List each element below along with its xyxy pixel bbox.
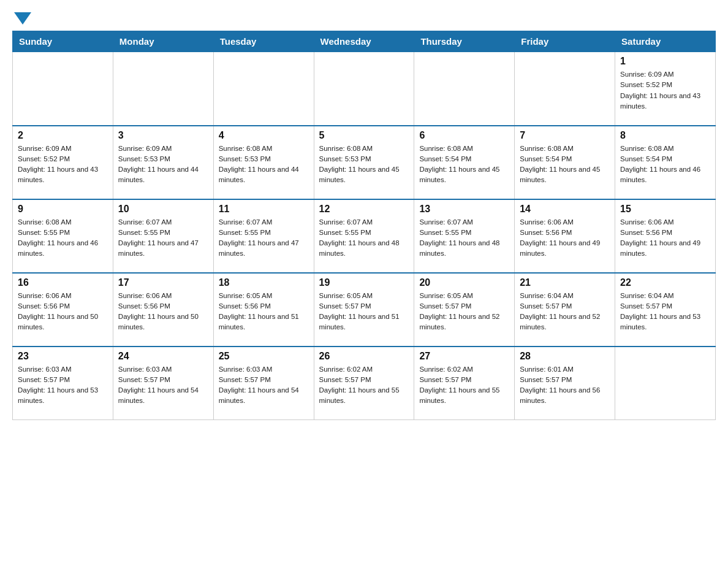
logo <box>12 12 33 25</box>
day-number: 20 <box>419 277 509 288</box>
day-number: 21 <box>520 277 610 288</box>
calendar-cell: 8Sunrise: 6:08 AMSunset: 5:54 PMDaylight… <box>615 126 716 199</box>
day-info: Sunrise: 6:01 AMSunset: 5:57 PMDaylight:… <box>520 364 610 407</box>
day-number: 25 <box>219 351 309 362</box>
day-number: 13 <box>419 204 509 215</box>
day-info: Sunrise: 6:04 AMSunset: 5:57 PMDaylight:… <box>520 291 610 333</box>
calendar-cell: 3Sunrise: 6:09 AMSunset: 5:53 PMDaylight… <box>113 126 213 199</box>
calendar-cell: 19Sunrise: 6:05 AMSunset: 5:57 PMDayligh… <box>314 273 414 347</box>
day-info: Sunrise: 6:06 AMSunset: 5:56 PMDaylight:… <box>18 291 108 333</box>
calendar-cell: 16Sunrise: 6:06 AMSunset: 5:56 PMDayligh… <box>13 273 113 347</box>
calendar-header-tuesday: Tuesday <box>213 31 314 52</box>
day-info: Sunrise: 6:08 AMSunset: 5:54 PMDaylight:… <box>520 144 610 186</box>
calendar-cell: 15Sunrise: 6:06 AMSunset: 5:56 PMDayligh… <box>615 199 716 273</box>
calendar-cell: 5Sunrise: 6:08 AMSunset: 5:53 PMDaylight… <box>314 126 414 199</box>
calendar-cell: 27Sunrise: 6:02 AMSunset: 5:57 PMDayligh… <box>414 347 515 420</box>
calendar-cell: 24Sunrise: 6:03 AMSunset: 5:57 PMDayligh… <box>113 347 213 420</box>
day-number: 7 <box>520 130 610 141</box>
day-number: 11 <box>219 204 309 215</box>
day-info: Sunrise: 6:09 AMSunset: 5:52 PMDaylight:… <box>18 144 108 186</box>
day-number: 8 <box>620 130 710 141</box>
calendar-cell: 14Sunrise: 6:06 AMSunset: 5:56 PMDayligh… <box>515 199 615 273</box>
calendar-cell: 23Sunrise: 6:03 AMSunset: 5:57 PMDayligh… <box>13 347 113 420</box>
day-number: 26 <box>319 351 409 362</box>
calendar-cell: 25Sunrise: 6:03 AMSunset: 5:57 PMDayligh… <box>213 347 314 420</box>
calendar-cell <box>213 52 314 126</box>
day-number: 17 <box>118 277 208 288</box>
day-number: 16 <box>18 277 108 288</box>
day-number: 18 <box>219 277 309 288</box>
day-info: Sunrise: 6:05 AMSunset: 5:56 PMDaylight:… <box>219 291 309 333</box>
logo-arrow-icon <box>14 12 31 25</box>
day-info: Sunrise: 6:02 AMSunset: 5:57 PMDaylight:… <box>419 364 509 407</box>
day-number: 27 <box>419 351 509 362</box>
calendar-cell: 21Sunrise: 6:04 AMSunset: 5:57 PMDayligh… <box>515 273 615 347</box>
day-info: Sunrise: 6:06 AMSunset: 5:56 PMDaylight:… <box>620 217 710 259</box>
calendar-cell: 13Sunrise: 6:07 AMSunset: 5:55 PMDayligh… <box>414 199 515 273</box>
calendar-cell: 1Sunrise: 6:09 AMSunset: 5:52 PMDaylight… <box>615 52 716 126</box>
day-number: 28 <box>520 351 610 362</box>
calendar-cell: 10Sunrise: 6:07 AMSunset: 5:55 PMDayligh… <box>113 199 213 273</box>
calendar-header-sunday: Sunday <box>13 31 113 52</box>
calendar-cell: 7Sunrise: 6:08 AMSunset: 5:54 PMDaylight… <box>515 126 615 199</box>
day-info: Sunrise: 6:08 AMSunset: 5:54 PMDaylight:… <box>419 144 509 186</box>
calendar-header-wednesday: Wednesday <box>314 31 414 52</box>
day-number: 1 <box>620 56 710 67</box>
day-info: Sunrise: 6:04 AMSunset: 5:57 PMDaylight:… <box>620 291 710 333</box>
day-number: 24 <box>118 351 208 362</box>
day-number: 9 <box>18 204 108 215</box>
calendar-week-1: 1Sunrise: 6:09 AMSunset: 5:52 PMDaylight… <box>13 52 716 126</box>
day-info: Sunrise: 6:07 AMSunset: 5:55 PMDaylight:… <box>319 217 409 259</box>
calendar-week-2: 2Sunrise: 6:09 AMSunset: 5:52 PMDaylight… <box>13 126 716 199</box>
day-info: Sunrise: 6:07 AMSunset: 5:55 PMDaylight:… <box>118 217 208 259</box>
day-info: Sunrise: 6:05 AMSunset: 5:57 PMDaylight:… <box>319 291 409 333</box>
day-number: 10 <box>118 204 208 215</box>
day-info: Sunrise: 6:09 AMSunset: 5:53 PMDaylight:… <box>118 144 208 186</box>
calendar-week-5: 23Sunrise: 6:03 AMSunset: 5:57 PMDayligh… <box>13 347 716 420</box>
day-info: Sunrise: 6:05 AMSunset: 5:57 PMDaylight:… <box>419 291 509 333</box>
calendar-header-row: SundayMondayTuesdayWednesdayThursdayFrid… <box>13 31 716 52</box>
day-number: 5 <box>319 130 409 141</box>
day-info: Sunrise: 6:03 AMSunset: 5:57 PMDaylight:… <box>118 364 208 407</box>
calendar-cell: 11Sunrise: 6:07 AMSunset: 5:55 PMDayligh… <box>213 199 314 273</box>
day-number: 2 <box>18 130 108 141</box>
day-info: Sunrise: 6:08 AMSunset: 5:53 PMDaylight:… <box>319 144 409 186</box>
day-number: 3 <box>118 130 208 141</box>
calendar-cell: 2Sunrise: 6:09 AMSunset: 5:52 PMDaylight… <box>13 126 113 199</box>
calendar-table: SundayMondayTuesdayWednesdayThursdayFrid… <box>12 31 716 420</box>
day-info: Sunrise: 6:08 AMSunset: 5:54 PMDaylight:… <box>620 144 710 186</box>
calendar-cell: 17Sunrise: 6:06 AMSunset: 5:56 PMDayligh… <box>113 273 213 347</box>
day-info: Sunrise: 6:06 AMSunset: 5:56 PMDaylight:… <box>520 217 610 259</box>
day-number: 15 <box>620 204 710 215</box>
day-number: 14 <box>520 204 610 215</box>
day-number: 6 <box>419 130 509 141</box>
calendar-week-4: 16Sunrise: 6:06 AMSunset: 5:56 PMDayligh… <box>13 273 716 347</box>
calendar-cell: 9Sunrise: 6:08 AMSunset: 5:55 PMDaylight… <box>13 199 113 273</box>
day-number: 22 <box>620 277 710 288</box>
calendar-cell <box>414 52 515 126</box>
day-info: Sunrise: 6:09 AMSunset: 5:52 PMDaylight:… <box>620 69 710 112</box>
page-header <box>12 12 716 25</box>
calendar-cell <box>13 52 113 126</box>
calendar-header-friday: Friday <box>515 31 615 52</box>
calendar-header-thursday: Thursday <box>414 31 515 52</box>
calendar-cell <box>314 52 414 126</box>
calendar-cell: 12Sunrise: 6:07 AMSunset: 5:55 PMDayligh… <box>314 199 414 273</box>
calendar-cell: 4Sunrise: 6:08 AMSunset: 5:53 PMDaylight… <box>213 126 314 199</box>
calendar-header-saturday: Saturday <box>615 31 716 52</box>
calendar-cell: 6Sunrise: 6:08 AMSunset: 5:54 PMDaylight… <box>414 126 515 199</box>
day-number: 4 <box>219 130 309 141</box>
day-info: Sunrise: 6:08 AMSunset: 5:53 PMDaylight:… <box>219 144 309 186</box>
day-info: Sunrise: 6:03 AMSunset: 5:57 PMDaylight:… <box>18 364 108 407</box>
calendar-cell <box>615 347 716 420</box>
calendar-cell <box>515 52 615 126</box>
calendar-cell: 28Sunrise: 6:01 AMSunset: 5:57 PMDayligh… <box>515 347 615 420</box>
day-info: Sunrise: 6:08 AMSunset: 5:55 PMDaylight:… <box>18 217 108 259</box>
day-number: 23 <box>18 351 108 362</box>
day-info: Sunrise: 6:07 AMSunset: 5:55 PMDaylight:… <box>419 217 509 259</box>
calendar-cell: 18Sunrise: 6:05 AMSunset: 5:56 PMDayligh… <box>213 273 314 347</box>
calendar-cell: 20Sunrise: 6:05 AMSunset: 5:57 PMDayligh… <box>414 273 515 347</box>
calendar-cell: 26Sunrise: 6:02 AMSunset: 5:57 PMDayligh… <box>314 347 414 420</box>
calendar-cell <box>113 52 213 126</box>
day-info: Sunrise: 6:03 AMSunset: 5:57 PMDaylight:… <box>219 364 309 407</box>
